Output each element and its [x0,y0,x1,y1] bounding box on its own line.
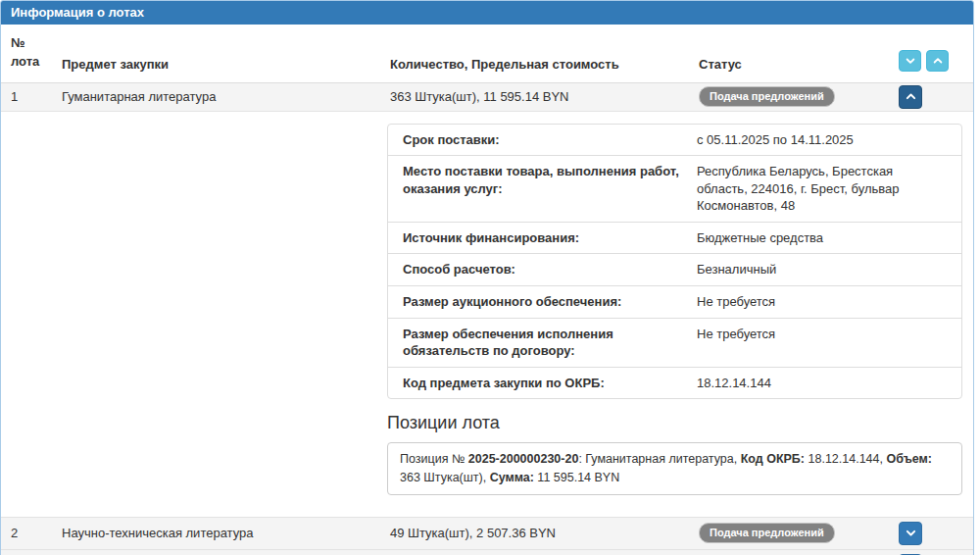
detail-label: Срок поставки: [388,125,697,156]
lot-subject: Гуманитарная литература [52,83,380,111]
lot-number: 1 [1,83,52,111]
detail-value: 18.12.14.144 [697,368,961,399]
lot-quantity: 139 Штука(шт), 4 048.80 BYN [380,550,689,555]
column-header-subject: Предмет закупки [52,57,380,72]
position-subject: : Гуманитарная литература, [578,452,740,466]
chevron-down-icon [905,55,916,67]
column-header-status: Статус [689,57,891,72]
position-sum-label: Сумма: [490,471,534,484]
position-prefix: Позиция № [400,452,468,466]
chevron-up-icon [905,90,917,103]
status-badge: Подача предложений [699,86,835,107]
detail-label: Размер обеспечения исполнения обязательс… [388,319,697,367]
chevron-up-icon [932,55,944,67]
detail-row-contract-security: Размер обеспечения исполнения обязательс… [388,318,961,367]
position-sum-value: 11 595.14 BYN [534,471,619,484]
lot-subject: Научно-техническая литература [52,518,380,549]
position-okrb-label: Код ОКРБ: [741,452,805,466]
collapse-all-button[interactable] [926,50,949,72]
lot-row-2: 2 Научно-техническая литература 49 Штука… [1,517,973,549]
detail-label: Источник финансирования: [388,223,697,254]
position-item: Позиция № 2025-200000230-20: Гуманитарна… [387,442,962,495]
column-header-lot-number: № лота [1,34,52,72]
collapse-lot-button[interactable] [899,85,922,109]
header-actions [891,50,973,72]
detail-row-funding-source: Источник финансирования: Бюджетные средс… [388,222,961,254]
detail-row-auction-security: Размер аукционного обеспечения: Не требу… [388,285,961,318]
detail-row-delivery-term: Срок поставки: с 05.11.2025 по 14.11.202… [388,125,961,156]
table-header-row: № лота Предмет закупки Количество, Преде… [1,25,973,83]
lot-number: 3 [1,550,52,555]
detail-label: Размер аукционного обеспечения: [388,286,697,318]
expand-lot-button[interactable] [899,522,922,545]
detail-value: Республика Беларусь, Брестская область, … [697,156,961,222]
chevron-down-icon [905,527,917,539]
detail-value: Безналичный [697,254,961,285]
position-number: 2025-200000230-20 [468,452,579,466]
detail-row-delivery-place: Место поставки товара, выполнения работ,… [388,155,961,222]
lot-row-3: 3 Художественная литература 139 Штука(шт… [1,549,973,555]
detail-label: Способ расчетов: [388,254,697,285]
detail-label: Место поставки товара, выполнения работ,… [388,156,697,222]
lot-details-section: Срок поставки: с 05.11.2025 по 14.11.202… [1,111,973,517]
column-header-quantity: Количество, Предельная стоимость [380,57,689,72]
detail-row-payment-method: Способ расчетов: Безналичный [388,253,961,285]
position-volume-label: Объем: [886,452,932,466]
positions-title: Позиции лота [387,413,962,433]
position-volume-value: 363 Штука(шт), [400,471,490,484]
lot-subject: Художественная литература [52,550,380,555]
detail-value: Не требуется [697,286,961,318]
expand-all-button[interactable] [899,50,921,72]
detail-value: Бюджетные средства [697,223,961,254]
lot-number: 2 [1,518,52,549]
lot-quantity: 363 Штука(шт), 11 595.14 BYN [380,83,689,111]
detail-row-okrb-code: Код предмета закупки по ОКРБ: 18.12.14.1… [388,367,961,399]
position-okrb-value: 18.12.14.144, [805,452,886,466]
lot-row-1: 1 Гуманитарная литература 363 Штука(шт),… [1,83,973,111]
detail-label: Код предмета закупки по ОКРБ: [388,368,697,399]
lots-panel: Информация о лотах № лота Предмет закупк… [0,0,974,555]
status-badge: Подача предложений [699,523,835,543]
detail-value: с 05.11.2025 по 14.11.2025 [697,125,961,156]
lot-details-table: Срок поставки: с 05.11.2025 по 14.11.202… [387,124,962,399]
lot-quantity: 49 Штука(шт), 2 507.36 BYN [380,518,689,549]
panel-title: Информация о лотах [1,1,973,25]
detail-value: Не требуется [697,319,961,367]
